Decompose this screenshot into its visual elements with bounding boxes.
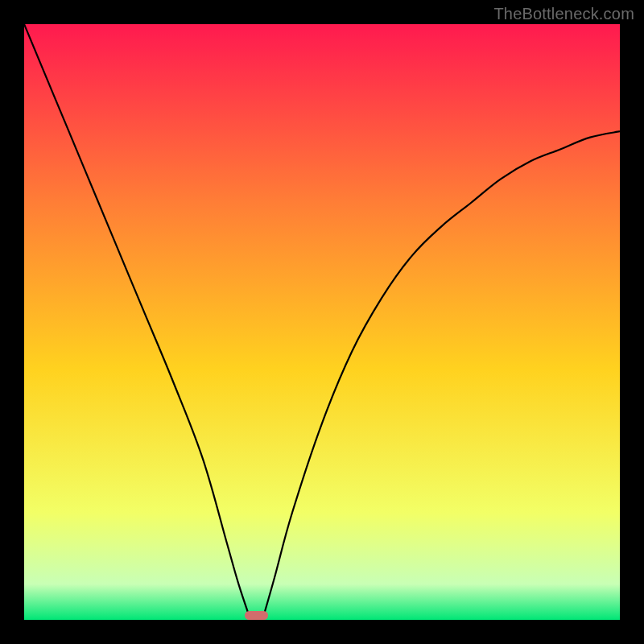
chart-frame: TheBottleneck.com (0, 0, 644, 644)
bottleneck-curve (24, 24, 620, 620)
curve-left-branch (24, 24, 250, 620)
watermark-text: TheBottleneck.com (493, 5, 634, 23)
curve-right-branch (262, 131, 620, 620)
plot-area (24, 24, 620, 620)
optimal-marker (245, 611, 269, 620)
